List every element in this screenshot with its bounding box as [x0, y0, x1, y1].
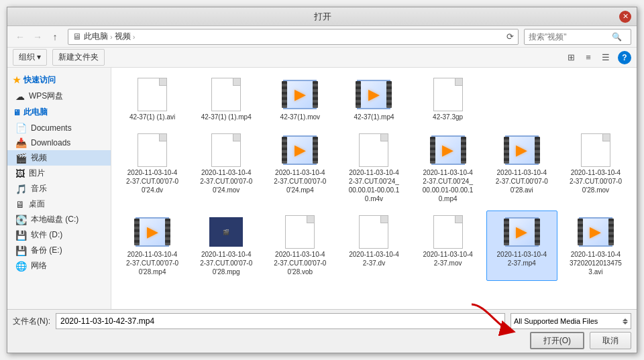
sidebar-item-local-c[interactable]: 💽 本地磁盘 (C:) [7, 212, 111, 227]
videos-icon: 🎬 [15, 153, 27, 164]
file-item-13[interactable]: 2020-11-03-10-42-37.CUT.00'07-00'28.mp4 [117, 211, 188, 281]
filename-input[interactable] [56, 313, 505, 329]
sidebar-documents-label: Documents [31, 123, 72, 133]
filetype-arrows [623, 318, 628, 324]
sidebar-desktop-label: 桌面 [29, 198, 45, 210]
help-button[interactable]: ? [618, 51, 631, 64]
up-button[interactable]: ↑ [48, 29, 62, 44]
desktop-icon: 🖥 [15, 199, 25, 210]
media-icon [505, 217, 539, 247]
refresh-button[interactable]: ⟳ [506, 32, 514, 42]
sidebar-item-desktop[interactable]: 🖥 桌面 [7, 196, 111, 212]
media-icon [505, 135, 539, 165]
file-icon-7 [207, 133, 245, 167]
filetype-select[interactable]: All Supported Media Files [511, 313, 631, 329]
disk-d-icon: 💾 [15, 230, 27, 241]
file-name-8: 2020-11-03-10-42-37.CUT.00'07-00'24.mp4 [273, 168, 327, 194]
organize-button[interactable]: 组织 ▾ [13, 49, 47, 66]
quick-access-header[interactable]: ★ 快速访问 [7, 72, 111, 88]
media-icon [283, 80, 317, 109]
back-button[interactable]: ← [13, 29, 28, 44]
doc-icon [433, 78, 463, 111]
view-list-button[interactable]: ≡ [580, 50, 596, 65]
file-item-1[interactable]: 42-37(1) (1).avi [117, 73, 188, 126]
sidebar-wps-label: WPS网盘 [29, 91, 63, 102]
doc-icon [138, 133, 167, 167]
doc-icon [285, 215, 315, 249]
this-pc-label: 此电脑 [23, 107, 48, 118]
file-icon-17 [429, 215, 467, 249]
file-item-9[interactable]: 2020-11-03-10-42-37.CUT.00'24_00.00.01-0… [338, 129, 409, 208]
filename-row: 文件名(N): All Supported Media Files [13, 313, 631, 329]
file-item-3[interactable]: 42-37(1).mov [264, 73, 335, 126]
sidebar-item-documents[interactable]: 📄 Documents [7, 121, 111, 135]
media-icon [579, 217, 612, 247]
file-icon-9 [355, 133, 392, 167]
sidebar-software-d-label: 软件 (D:) [31, 229, 62, 241]
window-title: 打开 [26, 11, 619, 23]
music-icon: 🎵 [15, 184, 27, 194]
sidebar-item-downloads[interactable]: 📥 Downloads [7, 135, 111, 150]
doc-icon [211, 133, 241, 167]
doc-icon [581, 133, 610, 167]
close-button[interactable]: ✕ [619, 11, 631, 23]
downloads-icon: 📥 [15, 137, 27, 148]
search-box[interactable]: 🔍 [524, 29, 631, 45]
sidebar-item-music[interactable]: 🎵 音乐 [7, 181, 111, 196]
up-arrow [623, 318, 628, 321]
bottom-bar: 文件名(N): All Supported Media Files [7, 309, 637, 353]
doc-icon [138, 78, 167, 111]
sidebar-item-pictures[interactable]: 🖼 图片 [7, 166, 111, 181]
sidebar-item-network[interactable]: 🌐 网络 [7, 258, 111, 274]
pictures-icon: 🖼 [15, 168, 25, 179]
file-icon-6 [133, 133, 171, 167]
breadcrumb: 此电脑 › 视频 › [84, 31, 135, 42]
doc-icon [211, 78, 241, 111]
sidebar-backup-e-label: 备份 (E:) [31, 245, 62, 256]
sidebar-item-wps[interactable]: ☁ WPS网盘 [7, 88, 111, 104]
sidebar-item-software-d[interactable]: 💾 软件 (D:) [7, 227, 111, 243]
file-item-17[interactable]: 2020-11-03-10-42-37.mov [413, 211, 484, 281]
file-item-15[interactable]: 2020-11-03-10-42-37.CUT.00'07-00'28.vob [264, 211, 335, 281]
dialog-window: 打开 ✕ ← → ↑ 🖥 此电脑 › 视频 › ⟳ 🔍 组织 ▾ 新建文件夹 ⊞… [7, 7, 637, 353]
file-item-7[interactable]: 2020-11-03-10-42-37.CUT.00'07-00'24.mov [191, 129, 262, 208]
sidebar-pictures-label: 图片 [29, 168, 45, 179]
open-button[interactable]: 打开(O) [530, 332, 584, 349]
file-grid: 42-37(1) (1).avi 42-37(1) (1).mp4 [117, 73, 631, 281]
address-bar[interactable]: 🖥 此电脑 › 视频 › ⟳ [68, 29, 519, 45]
file-icon-12 [577, 133, 614, 167]
file-item-5[interactable]: 42-37.3gp [413, 73, 484, 126]
file-item-16[interactable]: 2020-11-03-10-42-37.dv [338, 211, 409, 281]
file-name-1: 42-37(1) (1).avi [129, 113, 175, 121]
file-item-12[interactable]: 2020-11-03-10-42-37.CUT.00'07-00'28.mov [560, 129, 631, 208]
file-item-11[interactable]: 2020-11-03-10-42-37.CUT.00'07-00'28.avi [486, 129, 557, 208]
cancel-button[interactable]: 取消 [590, 332, 631, 349]
file-item-10[interactable]: 2020-11-03-10-42-37.CUT.00'24_00.00.01-0… [413, 129, 484, 208]
this-pc-header[interactable]: 🖥 此电脑 [7, 104, 111, 121]
file-item-14[interactable]: 🎬 2020-11-03-10-42-37.CUT.00'07-00'28.mp… [191, 211, 262, 281]
filetype-select-label: All Supported Media Files [514, 317, 621, 325]
breadcrumb-sep2: › [133, 33, 136, 41]
sidebar-item-videos[interactable]: 🎬 视频 [7, 150, 111, 166]
file-item-6[interactable]: 2020-11-03-10-42-37.CUT.00'07-00'24.dv [117, 129, 188, 208]
sidebar-local-c-label: 本地磁盘 (C:) [31, 214, 78, 225]
main-area: ★ 快速访问 ☁ WPS网盘 🖥 此电脑 📄 Documents 📥 Downl… [7, 68, 637, 309]
view-details-button[interactable]: ☰ [598, 50, 614, 65]
file-name-3: 42-37(1).mov [280, 113, 320, 121]
forward-button[interactable]: → [30, 29, 45, 44]
view-toggle-button[interactable]: ⊞ [563, 50, 579, 65]
file-icon-11 [503, 133, 541, 167]
search-input[interactable] [529, 32, 609, 42]
file-item-2[interactable]: 42-37(1) (1).mp4 [191, 73, 262, 126]
file-name-12: 2020-11-03-10-42-37.CUT.00'07-00'28.mov [569, 168, 623, 194]
file-item-8[interactable]: 2020-11-03-10-42-37.CUT.00'07-00'24.mp4 [264, 129, 335, 208]
file-icon-8 [281, 133, 319, 167]
file-icon-15 [281, 215, 319, 249]
file-item-4[interactable]: 42-37(1).mp4 [338, 73, 409, 126]
new-folder-button[interactable]: 新建文件夹 [52, 49, 105, 66]
sidebar-network-label: 网络 [31, 260, 47, 272]
file-item-18[interactable]: 2020-11-03-10-42-37.mp4 [486, 211, 557, 281]
file-item-19[interactable]: 2020-11-03-10-4372020120134753.avi [560, 211, 631, 281]
documents-icon: 📄 [15, 123, 27, 133]
sidebar-item-backup-e[interactable]: 💾 备份 (E:) [7, 243, 111, 258]
